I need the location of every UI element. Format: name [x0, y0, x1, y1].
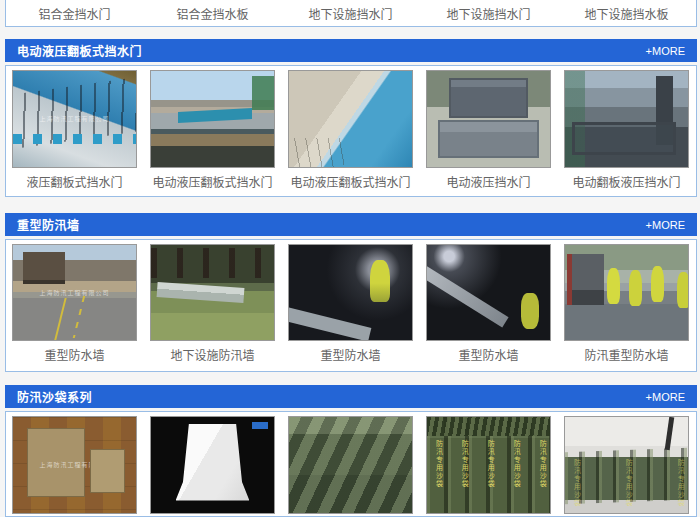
- product-card: 电动液压挡水门: [426, 70, 551, 190]
- photo-watermark: 上海防汛工程有限公司: [13, 114, 136, 123]
- product-label[interactable]: 重型防水墙: [426, 349, 551, 363]
- photo-hydraulic-flap-gate-underside[interactable]: 上海防汛工程有限公司: [12, 70, 137, 168]
- top-product-link[interactable]: 地下设施挡水门: [288, 5, 413, 22]
- photo-field-flood-wall[interactable]: [150, 244, 275, 341]
- product-card: [288, 416, 413, 514]
- photo-green-sandbag-pile[interactable]: [288, 416, 413, 514]
- photo-watermark: 上海防汛工程有限公司: [13, 460, 136, 469]
- photo-printed-sandbag-rows[interactable]: 防汛专用沙袋 防汛专用沙袋 防汛专用沙袋 防汛专用沙袋 防汛专用沙袋: [426, 416, 551, 514]
- section-header-hydraulic-gates: 电动液压翻板式挡水门 +MORE: [5, 39, 697, 62]
- top-product-label-strip: 铝合金挡水门 铝合金挡水板 地下设施挡水门 地下设施挡水门 地下设施挡水板: [5, 0, 697, 27]
- more-link[interactable]: +MORE: [646, 219, 685, 231]
- sandbag-print-text: 防汛专用沙袋 防汛专用沙袋 防汛专用沙袋 防汛专用沙袋 防汛专用沙袋: [434, 440, 546, 488]
- photo-sandbags-against-wall[interactable]: 防汛专用沙袋 防汛专用沙袋 防汛专用沙袋: [564, 416, 689, 514]
- top-product-link[interactable]: 地下设施挡水门: [426, 5, 551, 22]
- more-link[interactable]: +MORE: [646, 391, 685, 403]
- top-product-link[interactable]: 铝合金挡水门: [12, 5, 137, 22]
- product-label[interactable]: 防汛重型防水墙: [564, 349, 689, 363]
- product-card: 上海防汛工程有限公司 液压翻板式挡水门: [12, 70, 137, 190]
- product-label[interactable]: 重型防水墙: [288, 349, 413, 363]
- more-link[interactable]: +MORE: [646, 45, 685, 57]
- section-title: 重型防汛墙: [17, 216, 80, 233]
- photo-watermark: 上海防汛工程有限公司: [13, 288, 136, 297]
- photo-blue-gate-closeup[interactable]: [288, 70, 413, 168]
- photo-steel-flap-gate-product[interactable]: [426, 70, 551, 168]
- photo-night-worker-wall[interactable]: [288, 244, 413, 341]
- product-label[interactable]: 电动液压挡水门: [426, 176, 551, 190]
- product-card: [150, 416, 275, 514]
- product-card: 电动液压翻板式挡水门: [288, 70, 413, 190]
- product-card: 防汛专用沙袋 防汛专用沙袋 防汛专用沙袋 防汛专用沙袋 防汛专用沙袋: [426, 416, 551, 514]
- product-label[interactable]: 电动液压翻板式挡水门: [288, 176, 413, 190]
- product-card: 防汛重型防水墙: [564, 244, 689, 363]
- sandbag-print-text: 防汛专用沙袋 防汛专用沙袋 防汛专用沙袋: [572, 459, 684, 507]
- product-label[interactable]: 地下设施防汛墙: [150, 349, 275, 363]
- product-card: 电动翻板液压挡水门: [564, 70, 689, 190]
- section-body-sandbags: 上海防汛工程有限公司 防汛专用沙袋 防汛专用沙袋 防汛专用沙袋 防汛专用沙袋 防…: [5, 411, 697, 517]
- photo-road-flood-barrier[interactable]: 上海防汛工程有限公司: [12, 244, 137, 341]
- product-card: 防汛专用沙袋 防汛专用沙袋 防汛专用沙袋: [564, 416, 689, 514]
- page-container: 铝合金挡水门 铝合金挡水板 地下设施挡水门 地下设施挡水门 地下设施挡水板 电动…: [5, 0, 697, 517]
- section-title: 电动液压翻板式挡水门: [17, 42, 142, 59]
- section-body-hydraulic-gates: 上海防汛工程有限公司 液压翻板式挡水门 电动液压翻板式挡水门 电动液压翻板式挡水…: [5, 65, 697, 197]
- product-label[interactable]: 液压翻板式挡水门: [12, 176, 137, 190]
- product-card: 重型防水墙: [426, 244, 551, 363]
- section-title: 防汛沙袋系列: [17, 388, 92, 405]
- section-header-flood-walls: 重型防汛墙 +MORE: [5, 213, 697, 236]
- photo-white-woven-bag[interactable]: [150, 416, 275, 514]
- product-card: 地下设施防汛墙: [150, 244, 275, 363]
- photo-gate-construction-site[interactable]: [150, 70, 275, 168]
- product-label[interactable]: 电动翻板液压挡水门: [564, 176, 689, 190]
- top-product-link[interactable]: 铝合金挡水板: [150, 5, 275, 22]
- product-card: 上海防汛工程有限公司 重型防水墙: [12, 244, 137, 363]
- photo-night-wall-install[interactable]: [426, 244, 551, 341]
- photo-canvas-sandbags-floor[interactable]: 上海防汛工程有限公司: [12, 416, 137, 514]
- top-product-link[interactable]: 地下设施挡水板: [564, 5, 689, 22]
- photo-steel-gate-frame-yard[interactable]: [564, 70, 689, 168]
- product-label[interactable]: 重型防水墙: [12, 349, 137, 363]
- photo-workers-truck-barrier[interactable]: [564, 244, 689, 341]
- product-label[interactable]: 电动液压翻板式挡水门: [150, 176, 275, 190]
- section-header-sandbags: 防汛沙袋系列 +MORE: [5, 385, 697, 408]
- product-card: 电动液压翻板式挡水门: [150, 70, 275, 190]
- section-body-flood-walls: 上海防汛工程有限公司 重型防水墙 地下设施防汛墙 重型防水墙 重型防水墙 防汛重…: [5, 239, 697, 372]
- product-card: 上海防汛工程有限公司: [12, 416, 137, 514]
- product-card: 重型防水墙: [288, 244, 413, 363]
